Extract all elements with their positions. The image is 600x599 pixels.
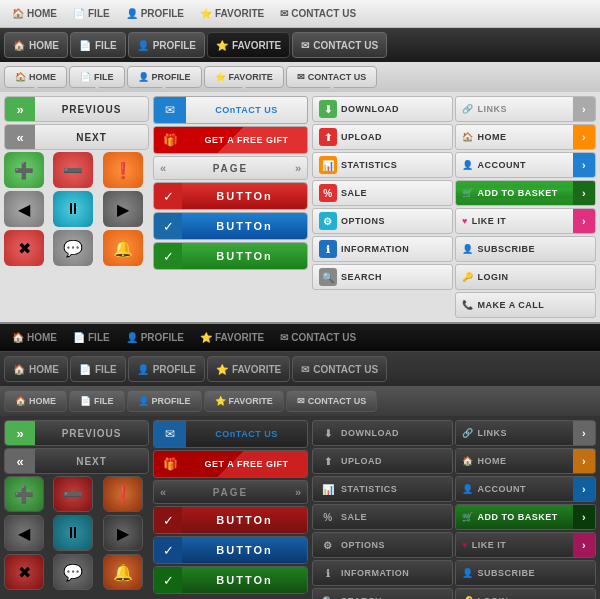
dark-chat-btn[interactable]: 💬 — [53, 554, 93, 590]
dark-upload-btn[interactable]: ⬆ UPLOAD — [312, 448, 453, 474]
dark-play-btn[interactable]: ▶ — [103, 515, 143, 551]
page-nav[interactable]: « PAGE » — [153, 156, 308, 180]
nav-dark-file[interactable]: 📄 FILE — [70, 32, 126, 58]
bubble-profile[interactable]: 👤 PROFILE — [127, 66, 202, 88]
nav-dark3-contact[interactable]: ✉ CONTACT US — [292, 356, 387, 382]
nav-dark2-profile[interactable]: 👤 PROFILE — [118, 330, 192, 345]
dark-button-green[interactable]: ✓ BUTTOn — [153, 566, 308, 594]
nav-dark3-profile[interactable]: 👤 PROFILE — [128, 356, 205, 382]
options-icon: ⚙ — [319, 212, 337, 230]
login-btn[interactable]: 🔑 LOGIN — [455, 264, 596, 290]
dark-button-red[interactable]: ✓ BUTTOn — [153, 506, 308, 534]
dark-sale-btn[interactable]: % SALE — [312, 504, 453, 530]
play-btn[interactable]: ▶ — [103, 191, 143, 227]
contact-us-btn[interactable]: ✉ COnTACT US — [153, 96, 308, 124]
nav-dark2-file[interactable]: 📄 FILE — [65, 330, 118, 345]
pause-btn[interactable]: ⏸ — [53, 191, 93, 227]
dark-account-btn[interactable]: 👤 ACCOUNT › — [455, 476, 596, 502]
nav-file[interactable]: 📄 FILE — [65, 6, 118, 21]
nav-dark-contact[interactable]: ✉ CONTACT US — [292, 32, 387, 58]
dark-minus-btn[interactable]: ➖ — [53, 476, 93, 512]
information-btn[interactable]: ℹ INFORMATION — [312, 236, 453, 262]
nav-contact[interactable]: ✉ CONTACT US — [272, 6, 364, 21]
dark-page-right: » — [289, 486, 307, 498]
statistics-btn[interactable]: 📊 STATISTICS — [312, 152, 453, 178]
nav-dark-home[interactable]: 🏠 HOME — [4, 32, 68, 58]
dark-free-gift-btn[interactable]: 🎁 GET A FREE GIFT — [153, 450, 308, 478]
next-dark-btn[interactable]: « NEXT — [4, 448, 149, 474]
nav-dark2-favorite[interactable]: ⭐ FAVORITE — [192, 330, 272, 345]
button-green[interactable]: ✓ BUTTOn — [153, 242, 308, 270]
dark-links-btn[interactable]: 🔗 LINKS › — [455, 420, 596, 446]
dark-options-btn[interactable]: ⚙ OPTIONS — [312, 532, 453, 558]
rss-btn[interactable]: 🔔 — [103, 230, 143, 266]
plus-btn[interactable]: ➕ — [4, 152, 44, 188]
upload-btn[interactable]: ⬆ UPLOAD — [312, 124, 453, 150]
bubble-favorite[interactable]: ⭐ FAVORITE — [204, 66, 284, 88]
star-bubble-icon: ⭐ — [215, 72, 226, 82]
add-to-basket-btn[interactable]: 🛒 ADD TO BASKET › — [455, 180, 596, 206]
nav-profile[interactable]: 👤 PROFILE — [118, 6, 192, 21]
nav-dark3-home[interactable]: 🏠 HOME — [4, 356, 68, 382]
dark-likeit-btn[interactable]: ♥ LIKE IT › — [455, 532, 596, 558]
dark-rss-btn[interactable]: 🔔 — [103, 554, 143, 590]
dark-info-btn[interactable]: ℹ INFORMATION — [312, 560, 453, 586]
bubble-home[interactable]: 🏠 HOME — [4, 66, 67, 88]
subscribe-btn[interactable]: 👤 SUBSCRIBE — [455, 236, 596, 262]
alert-btn[interactable]: ❗ — [103, 152, 143, 188]
download-btn[interactable]: ⬇ DOWNLOAD — [312, 96, 453, 122]
account-btn[interactable]: 👤 ACCOUNT › — [455, 152, 596, 178]
dark-login-btn[interactable]: 🔑 LOGIN — [455, 588, 596, 599]
sale-btn[interactable]: % SALE — [312, 180, 453, 206]
dark-plus-btn[interactable]: ➕ — [4, 476, 44, 512]
make-call-btn[interactable]: 📞 MAKE A CALL — [455, 292, 596, 318]
mail-dark2-icon: ✉ — [280, 332, 288, 343]
button-blue[interactable]: ✓ BUTTOn — [153, 212, 308, 240]
dark-download-btn[interactable]: ⬇ DOWNLOAD — [312, 420, 453, 446]
like-it-btn[interactable]: ♥ LIKE IT › — [455, 208, 596, 234]
previous-button[interactable]: » PREVIOUS — [4, 96, 149, 122]
nav-favorite[interactable]: ⭐ FAVORITE — [192, 6, 272, 21]
bubble-dark-profile[interactable]: 👤 PROFILE — [127, 390, 202, 412]
dark-close-btn[interactable]: ✖ — [4, 554, 44, 590]
search-btn[interactable]: 🔍 SEARCH — [312, 264, 453, 290]
dark-button-blue[interactable]: ✓ BUTTOn — [153, 536, 308, 564]
bubble-file[interactable]: 📄 FILE — [69, 66, 125, 88]
dark-pause-btn[interactable]: ⏸ — [53, 515, 93, 551]
nav-dark2-contact[interactable]: ✉ CONTACT US — [272, 330, 364, 345]
bubble-contact[interactable]: ✉ CONTACT US — [286, 66, 377, 88]
minus-btn[interactable]: ➖ — [53, 152, 93, 188]
right-col-2: 🔗 LINKS › 🏠 HOME › 👤 ACCOUNT › — [455, 96, 596, 318]
dark-back-btn[interactable]: ◀ — [4, 515, 44, 551]
nav-dark-profile[interactable]: 👤 PROFILE — [128, 32, 205, 58]
bubble-dark-contact[interactable]: ✉ CONTACT US — [286, 390, 377, 412]
nav-dark3-file[interactable]: 📄 FILE — [70, 356, 126, 382]
close-btn[interactable]: ✖ — [4, 230, 44, 266]
nav-dark2-home[interactable]: 🏠 HOME — [4, 330, 65, 345]
nav-dark3-favorite[interactable]: ⭐ FAVORITE — [207, 356, 290, 382]
bubble-dark-home[interactable]: 🏠 HOME — [4, 390, 67, 412]
nav-dark-favorite[interactable]: ⭐ FAVORITE — [207, 32, 290, 58]
dark-home-right-btn[interactable]: 🏠 HOME › — [455, 448, 596, 474]
check-icon-green: ✓ — [154, 243, 182, 269]
bubble-dark-favorite[interactable]: ⭐ FAVORITE — [204, 390, 284, 412]
next-button[interactable]: « NEXT — [4, 124, 149, 150]
dark-alert-btn[interactable]: ❗ — [103, 476, 143, 512]
free-gift-btn[interactable]: 🎁 GET A FREE GIFT — [153, 126, 308, 154]
account-icon: 👤 — [462, 160, 474, 170]
button-red[interactable]: ✓ BUTTOn — [153, 182, 308, 210]
dark-basket-btn[interactable]: 🛒 ADD TO BASKET › — [455, 504, 596, 530]
dark-contact-us-btn[interactable]: ✉ COnTACT US — [153, 420, 308, 448]
options-btn[interactable]: ⚙ OPTIONS — [312, 208, 453, 234]
home-right-btn[interactable]: 🏠 HOME › — [455, 124, 596, 150]
prev-dark-btn[interactable]: » PREVIOUS — [4, 420, 149, 446]
back-btn[interactable]: ◀ — [4, 191, 44, 227]
dark-statistics-btn[interactable]: 📊 STATISTICS — [312, 476, 453, 502]
dark-subscribe-btn[interactable]: 👤 SUBSCRIBE — [455, 560, 596, 586]
nav-home[interactable]: 🏠 HOME — [4, 6, 65, 21]
chat-btn[interactable]: 💬 — [53, 230, 93, 266]
dark-page-nav[interactable]: « PAGE » — [153, 480, 308, 504]
dark-search-btn[interactable]: 🔍 SEARCH — [312, 588, 453, 599]
bubble-dark-file[interactable]: 📄 FILE — [69, 390, 125, 412]
links-btn[interactable]: 🔗 LINKS › — [455, 96, 596, 122]
